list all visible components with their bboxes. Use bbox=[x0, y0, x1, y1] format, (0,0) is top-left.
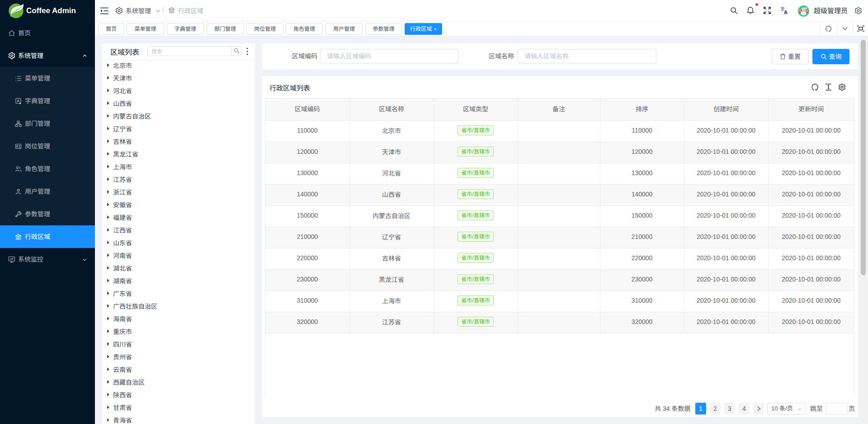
svg-text:A: A bbox=[784, 10, 788, 15]
